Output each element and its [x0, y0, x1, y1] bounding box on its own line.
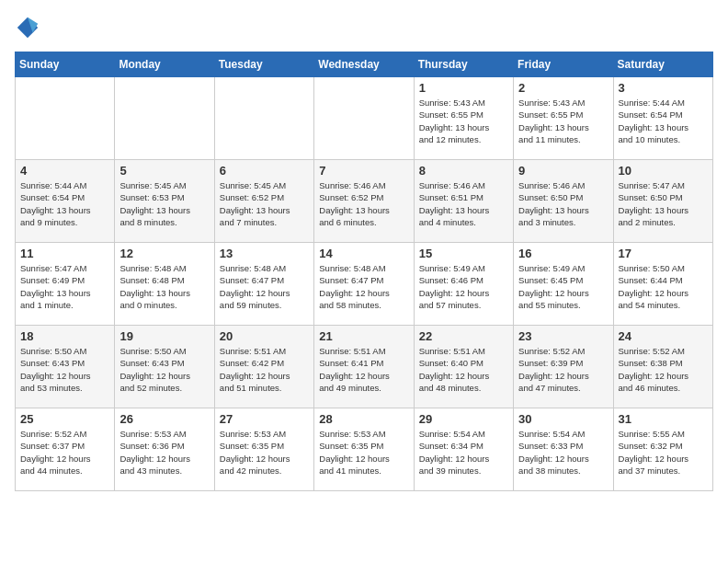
day-info: Sunrise: 5:50 AM Sunset: 6:43 PM Dayligh… [20, 345, 109, 394]
day-number: 24 [619, 329, 708, 343]
day-info: Sunrise: 5:47 AM Sunset: 6:49 PM Dayligh… [20, 262, 109, 311]
day-info: Sunrise: 5:45 AM Sunset: 6:52 PM Dayligh… [220, 179, 309, 228]
calendar-cell: 5Sunrise: 5:45 AM Sunset: 6:53 PM Daylig… [115, 160, 214, 243]
day-number: 14 [319, 247, 408, 260]
calendar-week-2: 4Sunrise: 5:44 AM Sunset: 6:54 PM Daylig… [16, 160, 713, 243]
calendar-cell: 3Sunrise: 5:44 AM Sunset: 6:54 PM Daylig… [613, 77, 712, 160]
day-number: 25 [20, 412, 109, 426]
weekday-thursday: Thursday [414, 52, 513, 77]
calendar-cell: 13Sunrise: 5:48 AM Sunset: 6:47 PM Dayli… [214, 243, 313, 326]
day-number: 28 [319, 412, 408, 426]
day-number: 22 [419, 329, 508, 343]
calendar-cell: 17Sunrise: 5:50 AM Sunset: 6:44 PM Dayli… [613, 243, 712, 326]
day-info: Sunrise: 5:52 AM Sunset: 6:37 PM Dayligh… [20, 428, 109, 477]
day-number: 11 [20, 247, 109, 260]
day-info: Sunrise: 5:54 AM Sunset: 6:34 PM Dayligh… [419, 428, 508, 477]
day-number: 15 [419, 247, 508, 260]
day-info: Sunrise: 5:46 AM Sunset: 6:50 PM Dayligh… [518, 179, 608, 228]
day-info: Sunrise: 5:44 AM Sunset: 6:54 PM Dayligh… [619, 97, 708, 145]
weekday-wednesday: Wednesday [314, 52, 414, 77]
weekday-friday: Friday [514, 52, 613, 77]
calendar-cell: 27Sunrise: 5:53 AM Sunset: 6:35 PM Dayli… [214, 408, 313, 491]
calendar-cell: 10Sunrise: 5:47 AM Sunset: 6:50 PM Dayli… [613, 160, 712, 243]
calendar-cell: 6Sunrise: 5:45 AM Sunset: 6:52 PM Daylig… [214, 160, 313, 243]
day-info: Sunrise: 5:51 AM Sunset: 6:41 PM Dayligh… [319, 345, 408, 394]
day-info: Sunrise: 5:46 AM Sunset: 6:51 PM Dayligh… [419, 179, 508, 228]
day-number: 31 [619, 412, 708, 426]
day-info: Sunrise: 5:43 AM Sunset: 6:55 PM Dayligh… [518, 97, 608, 145]
day-info: Sunrise: 5:50 AM Sunset: 6:43 PM Dayligh… [119, 345, 209, 394]
weekday-monday: Monday [115, 52, 214, 77]
day-number: 9 [518, 164, 608, 178]
day-number: 16 [518, 247, 608, 260]
day-number: 30 [518, 412, 608, 426]
day-info: Sunrise: 5:45 AM Sunset: 6:53 PM Dayligh… [119, 179, 209, 228]
calendar-cell: 14Sunrise: 5:48 AM Sunset: 6:47 PM Dayli… [314, 243, 414, 326]
day-info: Sunrise: 5:48 AM Sunset: 6:47 PM Dayligh… [220, 262, 309, 311]
weekday-sunday: Sunday [16, 52, 115, 77]
day-info: Sunrise: 5:47 AM Sunset: 6:50 PM Dayligh… [619, 179, 708, 228]
day-info: Sunrise: 5:51 AM Sunset: 6:40 PM Dayligh… [419, 345, 508, 394]
logo-icon [15, 15, 40, 40]
day-number: 4 [20, 164, 109, 178]
weekday-header-row: SundayMondayTuesdayWednesdayThursdayFrid… [16, 52, 713, 77]
day-number: 18 [20, 329, 109, 343]
calendar-table: SundayMondayTuesdayWednesdayThursdayFrid… [15, 52, 713, 491]
calendar-week-4: 18Sunrise: 5:50 AM Sunset: 6:43 PM Dayli… [16, 326, 713, 408]
day-info: Sunrise: 5:52 AM Sunset: 6:38 PM Dayligh… [619, 345, 708, 394]
calendar-cell: 31Sunrise: 5:55 AM Sunset: 6:32 PM Dayli… [613, 408, 712, 491]
day-info: Sunrise: 5:53 AM Sunset: 6:35 PM Dayligh… [220, 428, 309, 477]
calendar-week-3: 11Sunrise: 5:47 AM Sunset: 6:49 PM Dayli… [16, 243, 713, 326]
calendar-cell: 9Sunrise: 5:46 AM Sunset: 6:50 PM Daylig… [514, 160, 613, 243]
day-info: Sunrise: 5:54 AM Sunset: 6:33 PM Dayligh… [518, 428, 608, 477]
calendar-cell: 4Sunrise: 5:44 AM Sunset: 6:54 PM Daylig… [16, 160, 115, 243]
day-info: Sunrise: 5:52 AM Sunset: 6:39 PM Dayligh… [518, 345, 608, 394]
day-info: Sunrise: 5:48 AM Sunset: 6:47 PM Dayligh… [319, 262, 408, 311]
day-number: 23 [518, 329, 608, 343]
day-number: 6 [220, 164, 309, 178]
calendar-cell: 11Sunrise: 5:47 AM Sunset: 6:49 PM Dayli… [16, 243, 115, 326]
calendar-cell: 18Sunrise: 5:50 AM Sunset: 6:43 PM Dayli… [16, 326, 115, 408]
calendar-cell: 28Sunrise: 5:53 AM Sunset: 6:35 PM Dayli… [314, 408, 414, 491]
day-number: 3 [619, 81, 708, 95]
day-number: 19 [119, 329, 209, 343]
weekday-tuesday: Tuesday [214, 52, 313, 77]
day-number: 1 [419, 81, 508, 95]
page-header [15, 15, 713, 40]
day-info: Sunrise: 5:50 AM Sunset: 6:44 PM Dayligh… [619, 262, 708, 311]
day-info: Sunrise: 5:44 AM Sunset: 6:54 PM Dayligh… [20, 179, 109, 228]
calendar-cell: 26Sunrise: 5:53 AM Sunset: 6:36 PM Dayli… [115, 408, 214, 491]
calendar-cell: 15Sunrise: 5:49 AM Sunset: 6:46 PM Dayli… [414, 243, 513, 326]
calendar-cell: 1Sunrise: 5:43 AM Sunset: 6:55 PM Daylig… [414, 77, 513, 160]
day-info: Sunrise: 5:48 AM Sunset: 6:48 PM Dayligh… [119, 262, 209, 311]
day-info: Sunrise: 5:55 AM Sunset: 6:32 PM Dayligh… [619, 428, 708, 477]
calendar-cell: 2Sunrise: 5:43 AM Sunset: 6:55 PM Daylig… [514, 77, 613, 160]
day-info: Sunrise: 5:49 AM Sunset: 6:45 PM Dayligh… [518, 262, 608, 311]
day-info: Sunrise: 5:46 AM Sunset: 6:52 PM Dayligh… [319, 179, 408, 228]
day-number: 12 [119, 247, 209, 260]
calendar-week-5: 25Sunrise: 5:52 AM Sunset: 6:37 PM Dayli… [16, 408, 713, 491]
day-number: 20 [220, 329, 309, 343]
day-number: 17 [619, 247, 708, 260]
calendar-cell: 24Sunrise: 5:52 AM Sunset: 6:38 PM Dayli… [613, 326, 712, 408]
calendar-cell: 29Sunrise: 5:54 AM Sunset: 6:34 PM Dayli… [414, 408, 513, 491]
calendar-cell [16, 77, 115, 160]
calendar-cell [314, 77, 414, 160]
day-info: Sunrise: 5:43 AM Sunset: 6:55 PM Dayligh… [419, 97, 508, 145]
day-number: 26 [119, 412, 209, 426]
day-number: 10 [619, 164, 708, 178]
calendar-body: 1Sunrise: 5:43 AM Sunset: 6:55 PM Daylig… [16, 77, 713, 491]
calendar-cell: 16Sunrise: 5:49 AM Sunset: 6:45 PM Dayli… [514, 243, 613, 326]
day-number: 27 [220, 412, 309, 426]
calendar-cell [115, 77, 214, 160]
calendar-week-1: 1Sunrise: 5:43 AM Sunset: 6:55 PM Daylig… [16, 77, 713, 160]
day-number: 7 [319, 164, 408, 178]
day-info: Sunrise: 5:53 AM Sunset: 6:35 PM Dayligh… [319, 428, 408, 477]
day-number: 5 [119, 164, 209, 178]
calendar-cell: 30Sunrise: 5:54 AM Sunset: 6:33 PM Dayli… [514, 408, 613, 491]
calendar-cell: 8Sunrise: 5:46 AM Sunset: 6:51 PM Daylig… [414, 160, 513, 243]
day-number: 2 [518, 81, 608, 95]
logo [15, 15, 44, 40]
day-info: Sunrise: 5:53 AM Sunset: 6:36 PM Dayligh… [119, 428, 209, 477]
weekday-saturday: Saturday [613, 52, 712, 77]
